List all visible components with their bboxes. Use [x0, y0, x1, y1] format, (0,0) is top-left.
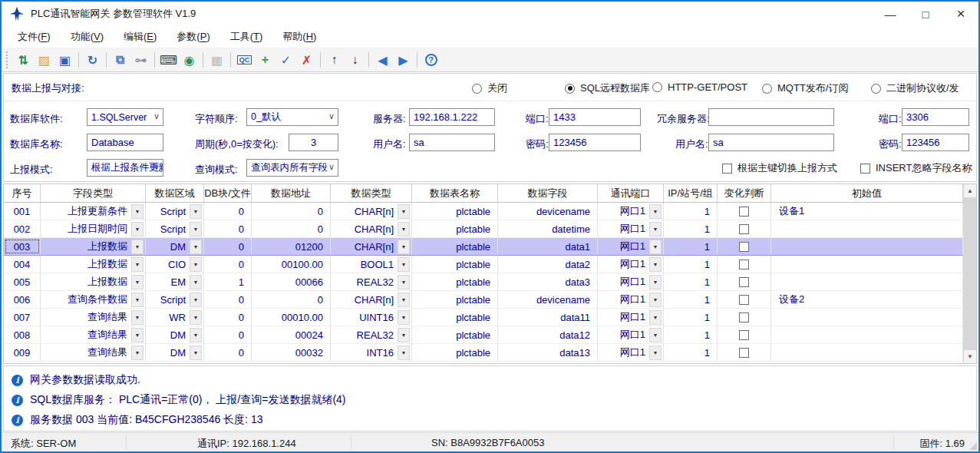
radio-option-4[interactable]: 二进制协议收/发: [871, 81, 959, 95]
prev-icon[interactable]: ◀: [372, 50, 393, 70]
redundant-password-input[interactable]: 123456: [902, 134, 969, 151]
change-checkbox[interactable]: [739, 277, 749, 287]
cell-data-field[interactable]: data11: [498, 309, 598, 326]
toolbar-grip[interactable]: [6, 51, 10, 68]
dropdown-button[interactable]: ▼: [398, 328, 410, 342]
menu-item-h[interactable]: 帮助(H): [272, 27, 326, 47]
cell-field-type[interactable]: 上报数据▼: [41, 273, 146, 290]
cell-seq[interactable]: 002: [4, 220, 41, 237]
dropdown-button[interactable]: ▼: [131, 346, 144, 360]
dropdown-button[interactable]: ▼: [398, 204, 410, 219]
radio-option-1[interactable]: SQL远程数据库: [565, 81, 650, 95]
dropdown-button[interactable]: ▼: [131, 222, 144, 236]
cell-field-type[interactable]: 上报数据▼: [41, 238, 146, 255]
change-checkbox[interactable]: [739, 260, 749, 269]
cell-table-name[interactable]: plctable: [412, 273, 498, 290]
cell-db-block[interactable]: 1: [204, 273, 252, 290]
cell-field-type[interactable]: 查询结果▼: [41, 326, 146, 343]
report-mode-select[interactable]: 根据上报条件更新 ∨: [87, 159, 163, 177]
cell-data-type[interactable]: CHAR[n]▼: [331, 203, 412, 220]
cell-data-field[interactable]: datetime: [498, 220, 598, 237]
cell-data-field[interactable]: data12: [498, 326, 598, 343]
cell-table-name[interactable]: plctable: [412, 291, 498, 308]
dropdown-button[interactable]: ▼: [131, 310, 144, 325]
dropdown-button[interactable]: ▼: [190, 204, 202, 219]
dropdown-button[interactable]: ▼: [649, 293, 662, 307]
table-row[interactable]: 004上报数据▼CIO▼000100.00BOOL1▼plctabledata2…: [4, 256, 963, 273]
query-mode-select[interactable]: 查询表内所有字段 ∨: [246, 159, 338, 177]
change-checkbox[interactable]: [739, 224, 749, 234]
dropdown-button[interactable]: ▼: [190, 257, 202, 272]
cell-seq[interactable]: 008: [4, 326, 41, 343]
dropdown-button[interactable]: ▼: [649, 346, 662, 360]
cell-change-flag[interactable]: [718, 203, 771, 220]
cell-data-type[interactable]: BOOL1▼: [331, 256, 412, 273]
cell-change-flag[interactable]: [718, 238, 771, 255]
close-button[interactable]: ×: [943, 2, 978, 26]
cell-db-block[interactable]: 0: [204, 256, 252, 273]
dropdown-button[interactable]: ▼: [131, 204, 144, 219]
cell-data-area[interactable]: CIO▼: [146, 256, 204, 273]
dropdown-button[interactable]: ▼: [190, 310, 202, 325]
period-input[interactable]: 3: [289, 134, 338, 151]
cell-db-block[interactable]: 0: [204, 291, 252, 308]
insert-ignore-checkbox[interactable]: INSERT忽略字段名称: [860, 161, 972, 175]
cell-station[interactable]: 1: [664, 326, 718, 343]
cell-field-type[interactable]: 查询条件数据▼: [41, 291, 146, 308]
cell-data-field[interactable]: devicename: [498, 291, 598, 308]
dropdown-button[interactable]: ▼: [649, 257, 662, 272]
dropdown-button[interactable]: ▼: [649, 328, 662, 342]
maximize-button[interactable]: □: [908, 2, 943, 26]
cell-change-flag[interactable]: [718, 326, 771, 343]
cell-initial-value[interactable]: [771, 326, 963, 343]
network-nodes-icon[interactable]: ⧉: [110, 50, 130, 70]
cell-db-block[interactable]: 0: [204, 344, 252, 361]
cell-data-area[interactable]: DM▼: [146, 326, 204, 343]
network-globe-icon[interactable]: ◉: [179, 50, 200, 70]
dropdown-button[interactable]: ▼: [190, 328, 202, 342]
cell-address[interactable]: 00100.00: [252, 256, 331, 273]
cell-address[interactable]: 01200: [252, 238, 331, 255]
dropdown-button[interactable]: ▼: [190, 346, 202, 360]
cell-data-area[interactable]: Script▼: [146, 203, 204, 220]
table-row[interactable]: 008查询结果▼DM▼000024REAL32▼plctabledata12网口…: [4, 326, 963, 344]
dropdown-button[interactable]: ▼: [649, 204, 662, 219]
dropdown-button[interactable]: ▼: [649, 222, 662, 236]
dropdown-button[interactable]: ▼: [131, 328, 144, 342]
cell-station[interactable]: 1: [664, 273, 718, 290]
cell-address[interactable]: 00066: [252, 273, 331, 290]
read-params-icon[interactable]: ⇅: [13, 50, 34, 70]
cell-seq[interactable]: 005: [4, 273, 41, 290]
plc-module-icon[interactable]: ▦: [206, 50, 227, 70]
menu-item-v[interactable]: 功能(V): [61, 27, 114, 47]
cell-data-area[interactable]: Script▼: [146, 291, 204, 308]
cell-seq[interactable]: 003: [4, 238, 41, 255]
table-row[interactable]: 003上报数据▼DM▼001200CHAR[n]▼plctabledata1网口…: [4, 238, 963, 256]
cell-field-type[interactable]: 查询结果▼: [41, 344, 146, 361]
port-input[interactable]: 1433: [549, 108, 641, 126]
apply-icon[interactable]: ✓: [276, 50, 296, 70]
cell-change-flag[interactable]: [718, 273, 771, 290]
char-order-select[interactable]: 0_默认 ∨: [246, 108, 338, 126]
table-row[interactable]: 009查询结果▼DM▼000032INT16▼plctabledata13网口1…: [4, 344, 963, 362]
cell-station[interactable]: 1: [664, 344, 718, 361]
scroll-up-icon[interactable]: ▲: [964, 184, 976, 197]
scroll-down-icon[interactable]: ▼: [964, 350, 976, 363]
qc-display-icon[interactable]: QC: [234, 50, 255, 70]
cell-address[interactable]: 00032: [252, 344, 331, 361]
dropdown-button[interactable]: ▼: [398, 293, 410, 307]
cell-table-name[interactable]: plctable: [412, 203, 498, 220]
folder-add-icon[interactable]: +: [255, 50, 276, 70]
change-checkbox[interactable]: [739, 348, 749, 358]
dropdown-button[interactable]: ▼: [398, 222, 410, 236]
cell-seq[interactable]: 007: [4, 309, 41, 326]
cell-data-type[interactable]: INT16▼: [331, 344, 412, 361]
cell-db-block[interactable]: 0: [204, 326, 252, 343]
cell-data-area[interactable]: EM▼: [146, 273, 204, 290]
cell-comm-port[interactable]: 网口1▼: [598, 344, 664, 361]
dropdown-button[interactable]: ▼: [649, 240, 662, 254]
change-checkbox[interactable]: [739, 330, 749, 340]
next-icon[interactable]: ▶: [393, 50, 414, 70]
cell-field-type[interactable]: 上报更新条件▼: [41, 203, 146, 220]
cell-initial-value[interactable]: [771, 256, 963, 273]
